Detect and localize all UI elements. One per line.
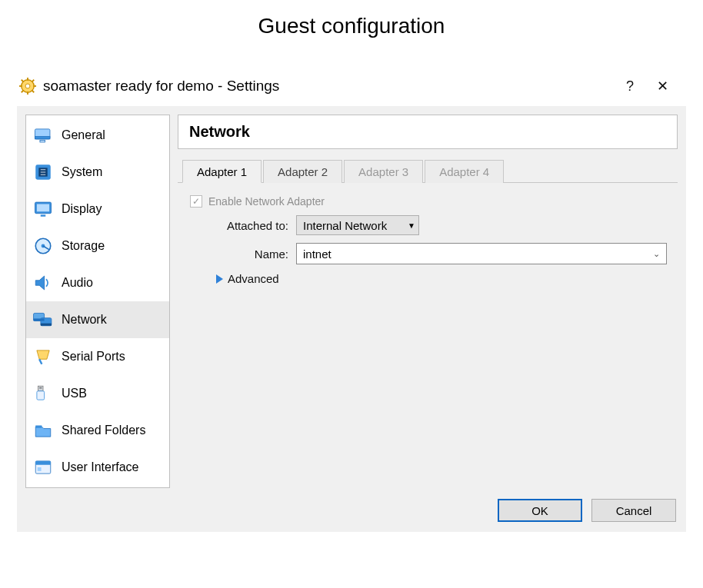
main-panel: Network Adapter 1 Adapter 2 Adapter 3 Ad… [178,115,678,488]
svg-rect-33 [38,467,42,471]
shared-folders-icon [32,420,54,441]
sidebar-item-label: Serial Ports [62,350,125,364]
help-button[interactable]: ? [614,75,646,98]
sidebar-item-storage[interactable]: Storage [26,228,169,264]
titlebar: soamaster ready for demo - Settings ? ✕ [17,74,686,106]
svg-rect-19 [37,204,49,212]
network-name-value: intnet [303,247,332,261]
display-icon [32,198,54,220]
window-title: soamaster ready for demo - Settings [43,78,279,95]
advanced-toggle[interactable]: Advanced [216,272,667,285]
sidebar-item-serial-ports[interactable]: Serial Ports [26,338,169,375]
adapter-tabs: Adapter 1 Adapter 2 Adapter 3 Adapter 4 [178,158,678,183]
enable-network-adapter-label: Enable Network Adapter [208,195,325,208]
sidebar-item-audio[interactable]: Audio [26,264,169,301]
svg-rect-30 [35,426,42,428]
svg-line-6 [32,91,35,93]
system-icon [32,161,54,183]
svg-rect-11 [35,137,50,139]
svg-rect-28 [37,391,45,400]
svg-point-9 [25,84,30,88]
storage-icon [32,235,54,257]
sidebar-item-label: USB [62,387,87,400]
general-icon [32,125,54,146]
sidebar-item-usb[interactable]: USB [26,375,169,412]
attached-to-label: Attached to: [204,219,296,232]
svg-rect-32 [35,461,51,465]
name-label: Name: [204,247,296,261]
svg-rect-29 [39,387,42,389]
sidebar-item-label: Shared Folders [62,424,145,437]
sidebar-item-display[interactable]: Display [26,191,169,228]
gear-icon [18,77,37,95]
network-name-input[interactable]: intnet ⌄ [296,243,667,264]
svg-rect-12 [40,141,45,142]
client-area: General System [17,106,686,532]
check-icon: ✓ [192,196,200,207]
sidebar-item-shared-folders[interactable]: Shared Folders [26,412,169,449]
audio-icon [32,272,54,294]
attached-to-dropdown[interactable]: Internal Network ▼ [296,215,419,235]
enable-network-adapter-checkbox: ✓ [190,195,202,208]
sidebar-item-label: Network [62,313,107,327]
sidebar-item-label: Display [62,202,102,216]
sidebar-item-label: System [62,165,102,179]
chevron-down-icon: ▼ [408,221,415,230]
cancel-button[interactable]: Cancel [591,499,676,522]
sidebar-item-user-interface[interactable]: User Interface [26,449,169,486]
disclosure-triangle-icon [216,274,223,284]
svg-rect-25 [34,318,45,321]
close-button[interactable]: ✕ [646,75,678,98]
attached-to-value: Internal Network [303,219,387,232]
sidebar-item-system[interactable]: System [26,154,169,191]
tab-adapter-4: Adapter 4 [425,160,504,183]
page-title: Guest configuration [0,0,703,57]
settings-sidebar: General System [25,115,170,488]
svg-rect-20 [41,214,46,216]
tab-adapter-2[interactable]: Adapter 2 [263,160,342,183]
sidebar-item-label: Audio [62,276,93,290]
enable-network-adapter-row: ✓ Enable Network Adapter [190,195,667,208]
network-icon [32,309,54,331]
svg-line-8 [32,80,35,82]
sidebar-item-label: User Interface [62,460,138,474]
settings-window: soamaster ready for demo - Settings ? ✕ [17,74,686,532]
svg-line-7 [22,91,24,93]
serial-ports-icon [32,346,54,367]
user-interface-icon [32,457,54,478]
sidebar-item-label: General [62,128,105,142]
tab-adapter-1[interactable]: Adapter 1 [182,160,262,183]
usb-icon [32,383,54,404]
sidebar-item-label: Storage [62,239,105,253]
adapter-panel: ✓ Enable Network Adapter Attached to: In… [178,183,678,393]
sidebar-item-general[interactable]: General [26,117,169,154]
advanced-label: Advanced [228,272,279,285]
section-title: Network [178,115,678,149]
ok-button[interactable]: OK [498,499,582,522]
svg-rect-26 [41,324,52,326]
chevron-down-icon[interactable]: ⌄ [653,249,660,259]
svg-line-5 [22,80,24,82]
sidebar-item-network[interactable]: Network [26,301,169,338]
tab-adapter-3: Adapter 3 [344,160,423,183]
dialog-buttons: OK Cancel [25,496,678,523]
